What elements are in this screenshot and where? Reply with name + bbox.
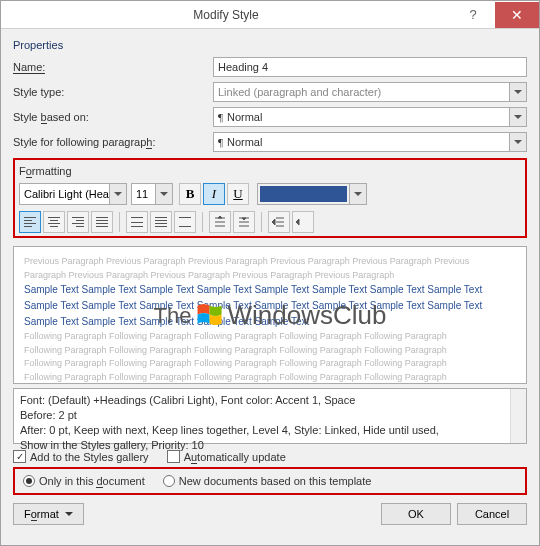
formatting-section-label: Formatting (19, 165, 521, 177)
style-type-label: Style type: (13, 86, 213, 98)
align-right-button[interactable] (67, 211, 89, 233)
align-center-button[interactable] (43, 211, 65, 233)
following-para-combo[interactable]: ¶ Normal (213, 132, 527, 152)
description-line: Before: 2 pt (20, 408, 520, 423)
properties-section-label: Properties (13, 39, 527, 51)
based-on-combo[interactable]: ¶ Normal (213, 107, 527, 127)
ok-button[interactable]: OK (381, 503, 451, 525)
only-this-document-label: Only in this document (39, 475, 145, 487)
preview-prev-para: Previous Paragraph Previous Paragraph Pr… (24, 255, 516, 269)
name-label: Name: (13, 61, 213, 73)
close-button[interactable]: ✕ (495, 2, 539, 28)
chevron-down-icon (509, 133, 526, 151)
chevron-down-icon (109, 184, 126, 204)
chevron-down-icon (509, 83, 526, 101)
dialog-content: Properties Name: Style type: Linked (par… (1, 29, 539, 533)
separator (202, 212, 203, 232)
font-value: Calibri Light (Headings) (24, 188, 122, 200)
preview-follow-para: Following Paragraph Following Paragraph … (24, 371, 516, 385)
format-button-label: Format (24, 508, 59, 520)
titlebar: Modify Style ? ✕ (1, 1, 539, 29)
format-menu-button[interactable]: Format (13, 503, 84, 525)
preview-follow-para: Following Paragraph Following Paragraph … (24, 357, 516, 371)
preview-prev-para: Paragraph Previous Paragraph Previous Pa… (24, 269, 516, 283)
preview-sample-text: Sample Text Sample Text Sample Text Samp… (24, 282, 516, 298)
line-spacing-2-button[interactable] (174, 211, 196, 233)
chevron-down-icon (155, 184, 172, 204)
preview-sample-text: Sample Text Sample Text Sample Text Samp… (24, 298, 516, 314)
preview-sample-text: Sample Text Sample Text Sample Text Samp… (24, 314, 516, 330)
line-spacing-1-button[interactable] (126, 211, 148, 233)
preview-follow-para: Following Paragraph Following Paragraph … (24, 344, 516, 358)
new-documents-label: New documents based on this template (179, 475, 372, 487)
modify-style-dialog: Modify Style ? ✕ Properties Name: Style … (0, 0, 540, 546)
help-button[interactable]: ? (451, 2, 495, 28)
formatting-highlight-box: Formatting Calibri Light (Headings) 11 B… (13, 158, 527, 238)
radio-icon (23, 475, 35, 487)
following-para-label: Style for following paragraph: (13, 136, 213, 148)
dialog-title: Modify Style (1, 8, 451, 22)
style-type-combo[interactable]: Linked (paragraph and character) (213, 82, 527, 102)
based-on-value: Normal (227, 111, 262, 123)
chevron-down-icon (509, 108, 526, 126)
font-size-combo[interactable]: 11 (131, 183, 173, 205)
description-line: Font: (Default) +Headings (Calibri Light… (20, 393, 520, 408)
name-input[interactable] (213, 57, 527, 77)
space-before-increase-button[interactable] (209, 211, 231, 233)
following-para-value: Normal (227, 136, 262, 148)
space-before-decrease-button[interactable] (233, 211, 255, 233)
new-documents-radio[interactable]: New documents based on this template (163, 475, 372, 487)
description-box: Font: (Default) +Headings (Calibri Light… (13, 388, 527, 444)
bold-button[interactable]: B (179, 183, 201, 205)
italic-button[interactable]: I (203, 183, 225, 205)
align-left-button[interactable] (19, 211, 41, 233)
description-line: Show in the Styles gallery, Priority: 10 (20, 438, 520, 453)
based-on-label: Style based on: (13, 111, 213, 123)
font-combo[interactable]: Calibri Light (Headings) (19, 183, 127, 205)
description-line: After: 0 pt, Keep with next, Keep lines … (20, 423, 520, 438)
style-type-value: Linked (paragraph and character) (218, 86, 381, 98)
increase-indent-button[interactable] (292, 211, 314, 233)
preview-pane: Previous Paragraph Previous Paragraph Pr… (13, 246, 527, 384)
chevron-down-icon (349, 184, 366, 204)
line-spacing-15-button[interactable] (150, 211, 172, 233)
cancel-button[interactable]: Cancel (457, 503, 527, 525)
font-size-value: 11 (136, 188, 148, 200)
underline-button[interactable]: U (227, 183, 249, 205)
pilcrow-icon: ¶ (218, 111, 223, 123)
separator (261, 212, 262, 232)
scrollbar[interactable] (510, 389, 526, 443)
align-justify-button[interactable] (91, 211, 113, 233)
color-swatch (260, 186, 347, 202)
pilcrow-icon: ¶ (218, 136, 223, 148)
radio-icon (163, 475, 175, 487)
scope-highlight-box: Only in this document New documents base… (13, 467, 527, 495)
decrease-indent-button[interactable] (268, 211, 290, 233)
only-this-document-radio[interactable]: Only in this document (23, 475, 145, 487)
separator (119, 212, 120, 232)
font-color-combo[interactable] (257, 183, 367, 205)
preview-follow-para: Following Paragraph Following Paragraph … (24, 330, 516, 344)
